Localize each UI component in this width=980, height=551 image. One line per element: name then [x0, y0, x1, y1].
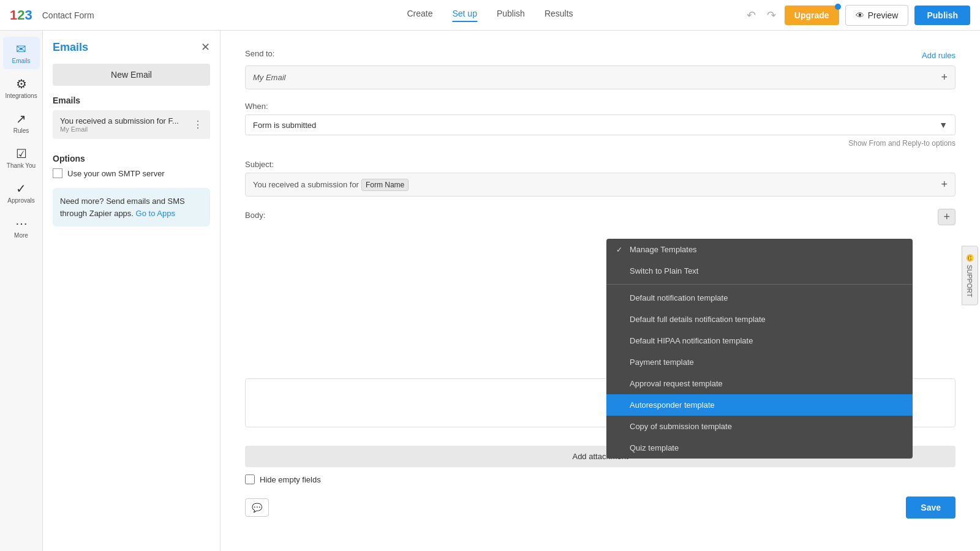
sidebar-item-thankyou-label: Thank You [7, 162, 36, 169]
emails-panel: Emails ✕ New Email Emails You received a… [43, 31, 221, 551]
emails-section-title: Emails [53, 96, 210, 105]
dropdown-payment-template[interactable]: Payment template [606, 351, 913, 373]
send-to-label: Send to: [245, 49, 274, 58]
panel-title: Emails [53, 41, 88, 54]
logo: 123 [10, 7, 32, 23]
form-title: Contact Form [42, 10, 94, 20]
chevron-down-icon: ▼ [939, 120, 948, 130]
when-label: When: [245, 102, 956, 111]
info-box: Need more? Send emails and SMS through Z… [53, 188, 210, 227]
upgrade-dot [835, 4, 841, 10]
body-header: Body: + [245, 209, 956, 225]
email-name: You received a submission for F... [60, 116, 179, 126]
options-title: Options [53, 154, 210, 163]
sidebar-item-emails[interactable]: ✉ Emails [3, 37, 40, 69]
sidebar-item-rules[interactable]: ↗ Rules [3, 107, 40, 139]
smtp-label: Use your own SMTP server [67, 169, 165, 178]
dropdown-quiz-template[interactable]: Quiz template [606, 437, 913, 459]
sidebar-item-integrations[interactable]: ⚙ Integrations [3, 72, 40, 104]
subject-badge: Form Name [361, 179, 409, 191]
comment-button[interactable]: 💬 [245, 498, 269, 517]
save-button[interactable]: Save [906, 497, 956, 519]
email-icon: ✉ [16, 42, 26, 56]
nav-results[interactable]: Results [545, 9, 573, 22]
body-row: Body: + ✓ Manage Templates Switch to Pla… [245, 209, 956, 427]
dropdown-copy-submission[interactable]: Copy of submission template [606, 416, 913, 437]
redo-button[interactable]: ↷ [764, 6, 778, 24]
hide-empty-checkbox[interactable] [245, 474, 255, 484]
subject-input[interactable]: You received a submission for Form Name … [245, 173, 956, 197]
nav-links: Create Set up Publish Results [407, 9, 573, 22]
nav-publish[interactable]: Publish [497, 9, 525, 22]
when-value: Form is submitted [253, 121, 316, 130]
email-item[interactable]: You received a submission for F... My Em… [53, 110, 210, 139]
when-row: When: Form is submitted ▼ Show From and … [245, 102, 956, 148]
smtp-checkbox[interactable] [53, 168, 62, 178]
support-label: SUPPORT [967, 265, 974, 298]
send-to-row: Send to: Add rules My Email + [245, 49, 956, 89]
send-to-input[interactable]: My Email + [245, 66, 956, 89]
new-email-button[interactable]: New Email [53, 64, 210, 86]
top-nav: 123 Contact Form Create Set up Publish R… [0, 0, 980, 31]
upgrade-button[interactable]: Upgrade [785, 6, 839, 25]
check-icon: ✓ [616, 246, 625, 254]
dropdown-approval-request[interactable]: Approval request template [606, 373, 913, 394]
email-menu-button[interactable]: ⋮ [193, 119, 203, 130]
nav-right: ↶ ↷ Upgrade 👁 Preview Publish [744, 5, 970, 26]
rules-icon: ↗ [16, 111, 26, 126]
go-to-apps-link[interactable]: Go to Apps [136, 209, 175, 218]
sidebar-item-approvals-label: Approvals [7, 197, 34, 204]
nav-setup[interactable]: Set up [452, 9, 477, 22]
subject-plus-button[interactable]: + [941, 178, 948, 191]
sidebar-item-rules-label: Rules [13, 127, 29, 134]
dropdown-autoresponder[interactable]: Autoresponder template [606, 394, 913, 416]
support-icon: 😊 [966, 254, 974, 263]
close-button[interactable]: ✕ [201, 40, 210, 54]
dropdown-divider [606, 284, 913, 285]
dropdown-switch-plain-text[interactable]: Switch to Plain Text [606, 260, 913, 282]
hide-empty-row: Hide empty fields [245, 474, 956, 484]
panel-header: Emails ✕ [53, 40, 210, 54]
eye-icon: 👁 [856, 10, 864, 20]
body-plus-button[interactable]: + [938, 209, 956, 225]
subject-text: You received a submission for [253, 180, 359, 189]
integrations-icon: ⚙ [16, 77, 27, 91]
when-select[interactable]: Form is submitted ▼ [245, 114, 956, 135]
send-to-plus-button[interactable]: + [941, 71, 948, 84]
support-tab[interactable]: 😊 SUPPORT [962, 246, 978, 305]
undo-button[interactable]: ↶ [744, 6, 758, 24]
main-layout: ✉ Emails ⚙ Integrations ↗ Rules ☑ Thank … [0, 31, 980, 551]
sidebar-item-more-label: More [14, 232, 28, 239]
template-dropdown-menu: ✓ Manage Templates Switch to Plain Text … [606, 239, 913, 459]
dropdown-default-hipaa[interactable]: Default HIPAA notification template [606, 330, 913, 351]
dropdown-manage-templates[interactable]: ✓ Manage Templates [606, 239, 913, 260]
logo-text: 123 [10, 7, 32, 23]
add-rules-link[interactable]: Add rules [922, 51, 956, 60]
sidebar-item-thankyou[interactable]: ☑ Thank You [3, 141, 40, 174]
smtp-row: Use your own SMTP server [53, 168, 210, 178]
thankyou-icon: ☑ [16, 146, 27, 161]
subject-row: Subject: You received a submission for F… [245, 160, 956, 197]
sidebar-item-more[interactable]: ⋯ More [3, 211, 40, 244]
email-sub: My Email [60, 126, 179, 133]
dropdown-default-full-details[interactable]: Default full details notification templa… [606, 309, 913, 330]
my-email-text: My Email [253, 73, 285, 82]
publish-button[interactable]: Publish [914, 6, 970, 25]
email-item-text: You received a submission for F... My Em… [60, 116, 179, 133]
sidebar-item-integrations-label: Integrations [5, 92, 37, 99]
sidebar-item-approvals[interactable]: ✓ Approvals [3, 176, 40, 209]
more-icon: ⋯ [15, 216, 28, 231]
dropdown-default-notification[interactable]: Default notification template [606, 287, 913, 309]
icon-sidebar: ✉ Emails ⚙ Integrations ↗ Rules ☑ Thank … [0, 31, 43, 551]
show-reply-link[interactable]: Show From and Reply-to options [245, 139, 956, 148]
bottom-bar: 💬 Save [245, 497, 956, 519]
sidebar-item-emails-label: Emails [12, 58, 30, 64]
send-to-header: Send to: Add rules [245, 49, 956, 62]
approvals-icon: ✓ [16, 181, 26, 196]
preview-button[interactable]: 👁 Preview [845, 5, 909, 26]
body-label: Body: [245, 211, 265, 220]
main-content: Send to: Add rules My Email + When: Form… [221, 31, 980, 551]
nav-create[interactable]: Create [407, 9, 432, 22]
hide-empty-label: Hide empty fields [260, 475, 321, 484]
subject-label: Subject: [245, 160, 956, 169]
